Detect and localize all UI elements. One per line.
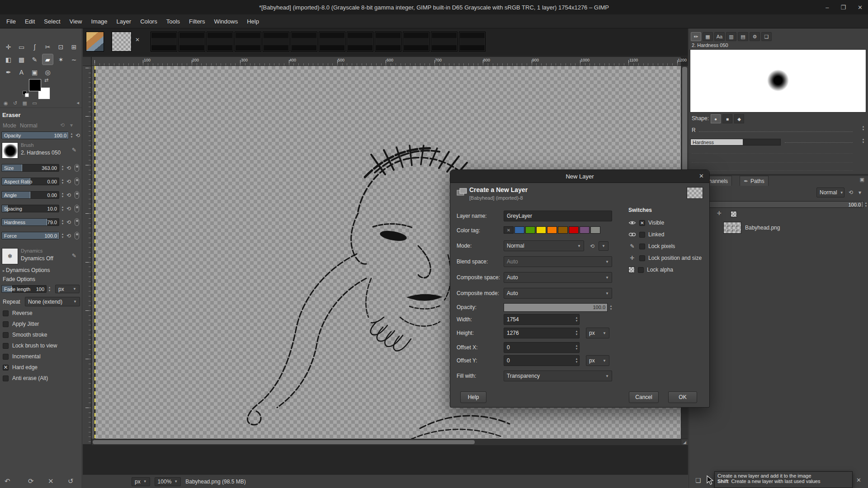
zoom-dropdown[interactable]: 100%▼ [155, 477, 181, 486]
dialog-close-icon[interactable]: ✕ [699, 173, 704, 179]
unit-dropdown[interactable]: px▼ [132, 477, 150, 486]
bucket-fill-tool-icon[interactable]: ◧ [3, 54, 14, 65]
default-colors-icon[interactable] [23, 91, 29, 97]
smooth-stroke-checkbox-row[interactable]: Smooth stroke [3, 331, 47, 338]
ok-button[interactable]: OK [668, 391, 697, 403]
layer-mode-reset-icon[interactable]: ⟲ [847, 188, 854, 196]
composite-space-dropdown[interactable]: Auto▼ [504, 272, 612, 283]
fade-length-spinner[interactable]: ▲▼ [47, 285, 52, 293]
incremental-checkbox-row[interactable]: Incremental [3, 353, 41, 360]
clone-tool-icon[interactable]: ▣ [29, 66, 40, 78]
opacity-spinner[interactable]: ▲▼ [609, 304, 613, 311]
switch-linked[interactable]: Linked [628, 230, 664, 239]
dynamics-edit-icon[interactable]: ✎ [71, 252, 78, 259]
scissors-tool-icon[interactable]: ✂ [42, 41, 53, 52]
zoom-tool-icon[interactable]: ◎ [42, 66, 53, 78]
minimize-button[interactable]: – [826, 4, 829, 11]
cancel-button[interactable]: Cancel [629, 391, 659, 403]
fill-with-dropdown[interactable]: Transparency▼ [504, 371, 612, 381]
menu-view[interactable]: View [65, 16, 87, 27]
tool-options-icon[interactable]: ◉ [4, 100, 8, 106]
layer-opacity-slider[interactable]: 100.0 [504, 303, 608, 312]
spacing-spinner[interactable]: ▲▼ [60, 205, 65, 212]
dialog-titlebar[interactable]: New Layer ✕ [450, 170, 709, 183]
repeat-dropdown[interactable]: None (extend)▼ [25, 297, 80, 306]
color-tag-purple[interactable] [580, 226, 590, 234]
layer-mode-menu-icon[interactable]: ▾ [856, 188, 863, 196]
gradients-tab-icon[interactable]: ▥ [726, 32, 736, 41]
hardness-slider[interactable]: Hardness 79.0 [1, 218, 59, 226]
image-thumbnail[interactable] [347, 32, 373, 52]
brush-hardness-slider[interactable]: Hardness [690, 139, 781, 145]
layer-mode-dropdown[interactable]: Normal▼ [816, 188, 844, 197]
menu-edit[interactable]: Edit [20, 16, 39, 27]
color-tag-blue[interactable] [514, 226, 524, 234]
hard-edge-checkbox-row[interactable]: Hard edge [3, 364, 38, 371]
patterns-tab-icon[interactable]: ▦ [703, 32, 713, 41]
crop-tool-icon[interactable]: ⊡ [55, 41, 66, 52]
paths-tool-icon[interactable]: ✒ [3, 66, 14, 78]
fade-length-slider[interactable]: Fade length 100 [1, 285, 47, 293]
height-spinner[interactable]: ▲▼ [574, 329, 579, 337]
color-tag-green[interactable] [525, 226, 535, 234]
switch-lock-position[interactable]: ✛ Lock position and size [628, 254, 702, 262]
menu-select[interactable]: Select [39, 16, 65, 27]
hardness-link-toggle[interactable] [75, 218, 79, 226]
hardness-spinner[interactable]: ▲▼ [60, 218, 65, 226]
image-thumbnail[interactable] [263, 32, 289, 52]
menu-filters[interactable]: Filters [184, 16, 209, 27]
mode-reset-icon[interactable]: ⟲ [589, 242, 596, 250]
force-spinner[interactable]: ▲▼ [60, 232, 65, 239]
lock-pixels-checkbox[interactable] [639, 244, 645, 249]
aspect-ratio-link-toggle[interactable] [75, 178, 79, 185]
opacity-slider[interactable]: Opacity 100.0 [1, 131, 69, 139]
image-thumbnail[interactable] [403, 32, 429, 52]
spacing-reset-icon[interactable]: ⟲ [65, 205, 72, 212]
image-thumbnail[interactable] [207, 32, 233, 52]
layer-thumbnail[interactable] [723, 222, 741, 234]
move-tool-icon[interactable]: ✛ [3, 41, 14, 52]
smudge-tool-icon[interactable]: ∼ [68, 54, 80, 65]
color-tag-yellow[interactable] [536, 226, 546, 234]
horizontal-scrollbar[interactable] [92, 439, 681, 445]
restore-options-icon[interactable]: ↺ [13, 100, 17, 106]
offset-x-spinner[interactable]: ▲▼ [574, 343, 579, 351]
dynamics-thumbnail[interactable]: ✻ [2, 248, 18, 264]
layer-opacity-slider[interactable]: 100.0 [690, 201, 863, 208]
menu-colors[interactable]: Colors [136, 16, 162, 27]
undo-history-icon[interactable]: ↶ [5, 477, 10, 485]
text-tool-icon[interactable]: A [16, 66, 27, 78]
lock-brush-checkbox-row[interactable]: Lock brush to view [3, 342, 57, 349]
angle-reset-icon[interactable]: ⟲ [65, 191, 72, 199]
image-thumbnail[interactable] [151, 32, 177, 52]
image-thumbnail[interactable] [235, 32, 261, 52]
mode-reset-icon[interactable]: ⟲ [59, 121, 66, 129]
color-tag-brown[interactable] [558, 226, 568, 234]
visible-checkbox[interactable] [639, 220, 645, 226]
brushes-tab-icon[interactable]: ✏ [691, 32, 701, 41]
angle-slider[interactable]: Angle 0.00 [1, 191, 59, 199]
brush-preview[interactable] [690, 49, 866, 113]
layer-row[interactable]: Babyhead.png [689, 221, 868, 235]
palettes-tab-icon[interactable]: ▤ [738, 32, 748, 41]
image-thumbnail[interactable] [375, 32, 401, 52]
layer-mode-dropdown[interactable]: Normal▼ [504, 240, 584, 251]
help-button[interactable]: Help [460, 391, 486, 403]
reset-options-icon[interactable]: ↺ [68, 477, 74, 485]
brush-thumbnail[interactable] [2, 142, 18, 159]
brush-hardness-spinner[interactable]: ▲▼ [861, 137, 866, 145]
offset-x-spinbox[interactable]: 0 ▲▼ [504, 342, 580, 353]
apply-jitter-checkbox[interactable] [3, 321, 9, 327]
lock-position-icon[interactable]: ✛ [717, 210, 722, 216]
free-select-tool-icon[interactable]: ʃ [29, 41, 40, 52]
pencil-tool-icon[interactable]: ✎ [29, 54, 40, 65]
menu-help[interactable]: Help [242, 16, 264, 27]
size-reset-icon[interactable]: ⟲ [65, 164, 72, 172]
brush-edit-icon[interactable]: ✎ [71, 146, 78, 154]
aspect-ratio-spinner[interactable]: ▲▼ [60, 178, 65, 185]
apply-jitter-checkbox-row[interactable]: Apply Jitter [3, 320, 39, 328]
opacity-reset-icon[interactable]: ⟲ [74, 131, 81, 139]
menu-tools[interactable]: Tools [162, 16, 184, 27]
mode-group-toggle[interactable]: ▼ [599, 241, 609, 251]
layer-name-input[interactable] [504, 211, 612, 221]
